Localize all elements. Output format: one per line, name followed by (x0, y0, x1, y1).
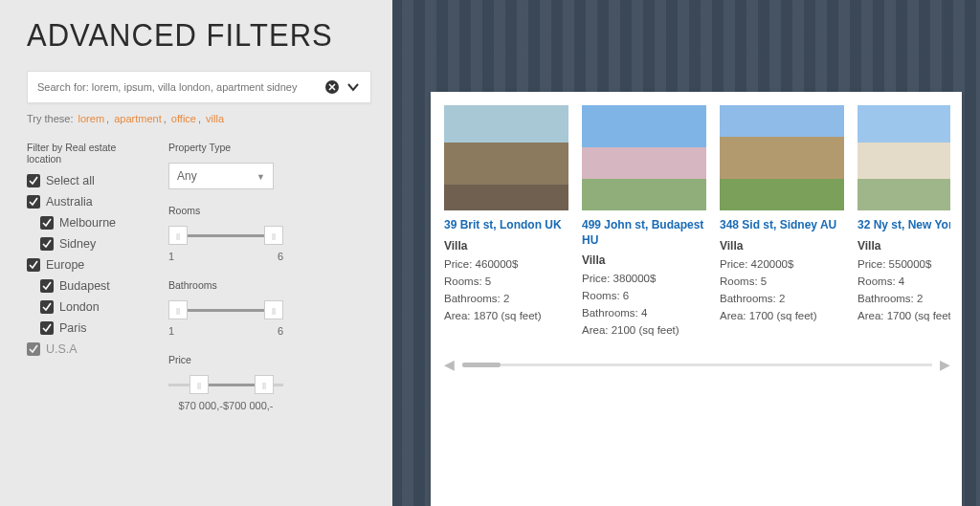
listing-type: Villa (444, 239, 568, 253)
listing-card[interactable]: 499 John st, Budapest HU Villa Price: 38… (582, 105, 706, 341)
suggestion-link[interactable]: lorem (78, 113, 105, 124)
results-list: 39 Brit st, London UK Villa Price: 46000… (444, 105, 950, 341)
listing-thumbnail (858, 105, 950, 210)
try-label: Try these: (27, 113, 74, 124)
listing-area: Area: 2100 (sq feet) (582, 324, 706, 336)
listing-price: Price: 420000$ (720, 258, 844, 270)
search-input[interactable] (37, 81, 319, 93)
listing-area: Area: 1700 (sq feet) (858, 310, 950, 321)
checkmark-icon (40, 237, 54, 251)
listing-thumbnail (582, 105, 706, 210)
checkmark-icon (40, 279, 54, 293)
listing-area: Area: 1870 (sq feet) (444, 310, 568, 321)
suggestion-link[interactable]: apartment (114, 113, 162, 124)
listing-thumbnail (720, 105, 844, 210)
listing-title[interactable]: 348 Sid st, Sidney AU (720, 218, 844, 233)
slider-handle-max[interactable]: || (255, 375, 274, 394)
listing-bathrooms: Bathrooms: 2 (720, 293, 844, 304)
price-slider[interactable]: || || (168, 373, 283, 396)
bathrooms-slider-label: Bathrooms (168, 279, 371, 291)
location-checkbox-budapest[interactable]: Budapest (40, 279, 151, 293)
checkmark-icon (27, 174, 40, 187)
listing-type: Villa (858, 239, 950, 253)
bathrooms-min-value: 1 (168, 325, 174, 337)
bathrooms-slider[interactable]: || || (168, 298, 283, 321)
listing-title[interactable]: 499 John st, Budapest HU (582, 218, 706, 248)
listing-rooms: Rooms: 5 (444, 275, 568, 287)
listing-price: Price: 380000$ (582, 273, 706, 284)
listing-bathrooms: Bathrooms: 4 (582, 307, 706, 319)
listing-bathrooms: Bathrooms: 2 (444, 293, 568, 304)
checkmark-icon (27, 195, 40, 209)
listing-bathrooms: Bathrooms: 2 (858, 293, 950, 304)
slider-handle-max[interactable]: || (264, 300, 283, 319)
slider-handle-max[interactable]: || (264, 226, 283, 245)
location-checkbox-europe[interactable]: Europe (27, 258, 151, 272)
listing-title[interactable]: 39 Brit st, London UK (444, 218, 568, 233)
results-scrollbar[interactable] (462, 363, 932, 366)
listing-rooms: Rooms: 4 (858, 275, 950, 287)
checkmark-icon (27, 258, 40, 272)
location-checkbox-london[interactable]: London (40, 300, 151, 314)
location-checkbox-sidney[interactable]: Sidney (40, 237, 151, 251)
bathrooms-max-value: 6 (278, 325, 283, 337)
location-checkbox-paris[interactable]: Paris (40, 321, 151, 335)
checkmark-icon (40, 300, 54, 314)
price-range-text: $70 000,-$700 000,- (168, 400, 283, 411)
location-checkbox-australia[interactable]: Australia (27, 195, 151, 209)
listing-type: Villa (720, 239, 844, 253)
suggestion-link[interactable]: office (171, 113, 196, 124)
listing-area: Area: 1700 (sq feet) (720, 310, 844, 321)
listing-rooms: Rooms: 6 (582, 290, 706, 301)
chevron-down-icon[interactable] (345, 79, 361, 95)
slider-handle-min[interactable]: || (168, 300, 188, 319)
checkmark-icon (40, 216, 54, 230)
checkmark-icon (40, 321, 54, 335)
checkmark-icon (27, 342, 40, 356)
suggestion-link[interactable]: villa (206, 113, 224, 124)
rooms-min-value: 1 (168, 251, 174, 262)
results-panel: 39 Brit st, London UK Villa Price: 46000… (431, 92, 962, 506)
listing-card[interactable]: 348 Sid st, Sidney AU Villa Price: 42000… (720, 105, 844, 341)
slider-handle-min[interactable]: || (189, 375, 209, 394)
listing-type: Villa (582, 253, 706, 267)
scroll-right-icon[interactable]: ▶ (940, 357, 950, 372)
listing-price: Price: 460000$ (444, 258, 568, 270)
scroll-left-icon[interactable]: ◀ (444, 357, 455, 372)
listing-rooms: Rooms: 5 (720, 275, 844, 287)
rooms-slider-label: Rooms (168, 205, 371, 216)
location-checkbox-usa[interactable]: U.S.A (27, 342, 151, 356)
listing-title[interactable]: 32 Ny st, New York, NY (858, 218, 950, 233)
filters-sidebar: ADVANCED FILTERS Try these: lorem, apart… (0, 0, 392, 506)
listing-thumbnail (444, 105, 568, 210)
property-type-label: Property Type (168, 142, 371, 153)
listing-price: Price: 550000$ (858, 258, 950, 270)
page-title: ADVANCED FILTERS (27, 18, 371, 55)
slider-handle-min[interactable]: || (168, 226, 188, 245)
listing-card[interactable]: 39 Brit st, London UK Villa Price: 46000… (444, 105, 568, 341)
clear-search-icon[interactable] (324, 79, 340, 95)
rooms-slider[interactable]: || || (168, 224, 283, 247)
location-filter-label: Filter by Real estate location (27, 142, 151, 165)
location-checkbox-select-all[interactable]: Select all (27, 174, 151, 187)
location-checkbox-melbourne[interactable]: Melbourne (40, 216, 151, 230)
suggestion-line: Try these: lorem, apartment, office, vil… (27, 113, 371, 124)
listing-card[interactable]: 32 Ny st, New York, NY Villa Price: 5500… (858, 105, 950, 341)
rooms-max-value: 6 (278, 251, 283, 262)
price-slider-label: Price (168, 354, 371, 365)
property-type-select[interactable]: Any (168, 163, 274, 189)
search-bar (27, 71, 371, 103)
scrollbar-thumb[interactable] (462, 363, 501, 367)
